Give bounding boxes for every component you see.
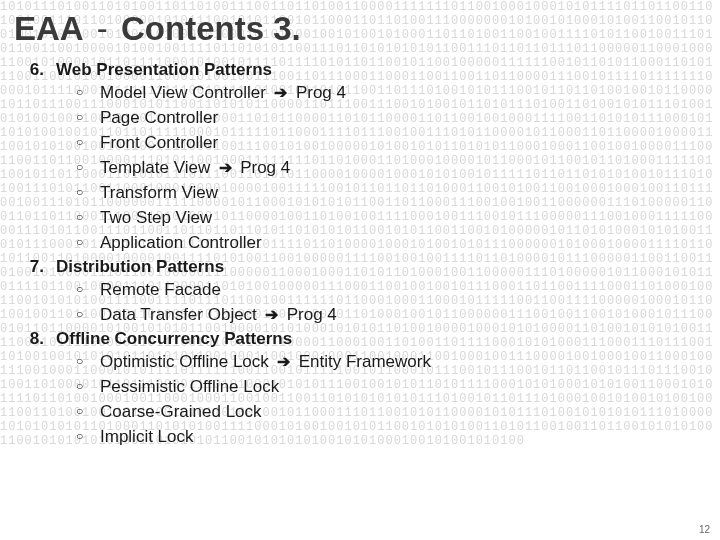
list-item: Page Controller — [76, 105, 720, 130]
list-item: Data Transfer Object ➔ Prog 4 — [76, 302, 720, 327]
list-item: Application Controller — [76, 230, 720, 255]
list-item: Two Step View — [76, 205, 720, 230]
main-list: 6.Web Presentation PatternsModel View Co… — [24, 60, 720, 449]
list-item: Template View ➔ Prog 4 — [76, 155, 720, 180]
arrow-right-icon: ➔ — [273, 353, 295, 370]
section-heading: Distribution Patterns — [56, 257, 224, 277]
section-header-row: 8.Offline Concurrency Patterns — [24, 329, 720, 349]
item-text: Front Controller — [100, 133, 218, 152]
section-heading: Web Presentation Patterns — [56, 60, 272, 80]
sub-list: Optimistic Offline Lock ➔ Entity Framewo… — [24, 349, 720, 449]
arrow-right-icon: ➔ — [261, 306, 283, 323]
item-text: Pessimistic Offline Lock — [100, 377, 279, 396]
item-text: Implicit Lock — [100, 427, 194, 446]
section-header-row: 6.Web Presentation Patterns — [24, 60, 720, 80]
item-text: Coarse-Grained Lock — [100, 402, 262, 421]
page-number: 12 — [699, 524, 710, 535]
list-item: Implicit Lock — [76, 424, 720, 449]
item-text: Remote Facade — [100, 280, 221, 299]
item-link: Prog 4 — [240, 158, 290, 177]
list-item: Pessimistic Offline Lock — [76, 374, 720, 399]
item-text: Data Transfer Object — [100, 305, 257, 324]
section-number: 7. — [24, 257, 44, 277]
section: 6.Web Presentation PatternsModel View Co… — [24, 60, 720, 255]
arrow-right-icon: ➔ — [214, 159, 236, 176]
page-title: EAA - Contents 3. — [0, 0, 720, 48]
item-link: Prog 4 — [287, 305, 337, 324]
item-text: Page Controller — [100, 108, 218, 127]
item-link: Entity Framework — [299, 352, 431, 371]
list-item: Transform View — [76, 180, 720, 205]
section-header-row: 7.Distribution Patterns — [24, 257, 720, 277]
item-text: Two Step View — [100, 208, 212, 227]
list-item: Model View Controller ➔ Prog 4 — [76, 80, 720, 105]
section-number: 8. — [24, 329, 44, 349]
section-heading: Offline Concurrency Patterns — [56, 329, 292, 349]
item-link: Prog 4 — [296, 83, 346, 102]
list-item: Remote Facade — [76, 277, 720, 302]
title-suffix: Contents 3. — [121, 10, 301, 47]
list-item: Front Controller — [76, 130, 720, 155]
title-prefix: EAA — [14, 10, 84, 47]
item-text: Transform View — [100, 183, 218, 202]
title-dash: - — [88, 10, 117, 47]
item-text: Application Controller — [100, 233, 262, 252]
section-number: 6. — [24, 60, 44, 80]
slide-content: EAA - Contents 3. 6.Web Presentation Pat… — [0, 0, 720, 449]
section: 7.Distribution PatternsRemote FacadeData… — [24, 257, 720, 327]
item-text: Model View Controller — [100, 83, 266, 102]
section: 8.Offline Concurrency PatternsOptimistic… — [24, 329, 720, 449]
arrow-right-icon: ➔ — [270, 84, 292, 101]
item-text: Optimistic Offline Lock — [100, 352, 269, 371]
list-area: 6.Web Presentation PatternsModel View Co… — [0, 48, 720, 449]
list-item: Coarse-Grained Lock — [76, 399, 720, 424]
list-item: Optimistic Offline Lock ➔ Entity Framewo… — [76, 349, 720, 374]
sub-list: Model View Controller ➔ Prog 4Page Contr… — [24, 80, 720, 255]
sub-list: Remote FacadeData Transfer Object ➔ Prog… — [24, 277, 720, 327]
item-text: Template View — [100, 158, 210, 177]
